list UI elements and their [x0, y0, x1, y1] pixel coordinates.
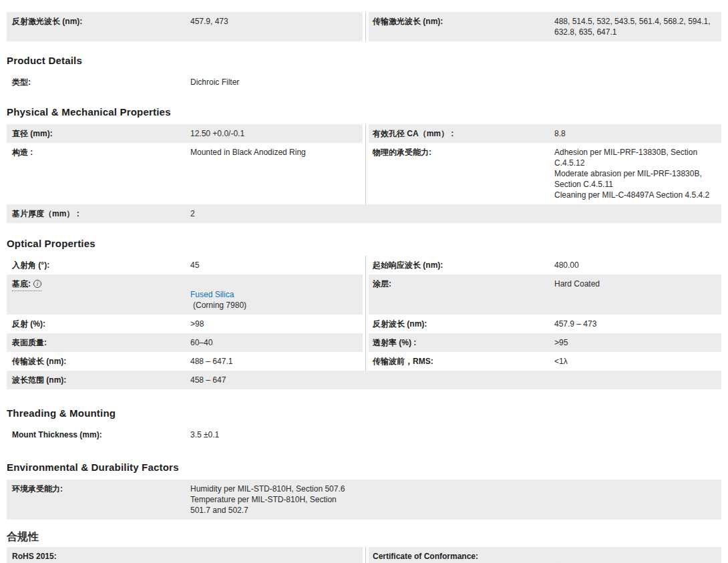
spec-value-wavelength-range: 458 – 647	[190, 371, 231, 389]
section-heading-physical-mechanical: Physical & Mechanical Properties	[7, 106, 721, 118]
spec-value-mount-thickness: 3.5 ±0.1	[190, 425, 224, 444]
spec-row-transmission-wavefront: 传输波长 (nm): 488 – 647.1 传输波前，RMS: <1λ	[7, 352, 721, 371]
spec-row-substrate-coating: 基底: Fused Silica (Corning 7980) 涂层: Hard…	[7, 274, 721, 315]
spec-row-environmental-durability: 环境承受能力: Humidity per MIL-STD-810H, Secti…	[7, 480, 721, 520]
spec-cell-rohs: RoHS 2015: 符合标准	[7, 547, 365, 563]
spec-label-certificate-of-conformance: Certificate of Conformance:	[366, 547, 554, 563]
spec-label-transmission-wavelength: 传输波长 (nm):	[7, 352, 190, 371]
spec-label-rohs: RoHS 2015:	[7, 547, 190, 563]
substrate-value-rest: (Corning 7980)	[193, 301, 246, 310]
spec-label-mount-thickness: Mount Thickness (mm):	[7, 425, 190, 444]
spec-label-reflection-wavelength: 反射波长 (nm):	[366, 315, 554, 333]
spec-label-wavelength-range: 波长范围 (nm):	[7, 371, 190, 389]
spec-value-cut-on-wavelength: 480.00	[554, 256, 584, 274]
spec-row-rohs-certificate: RoHS 2015: 符合标准 Certificate of Conforman…	[7, 547, 721, 563]
spec-label-environmental-durability: 环境承受能力:	[7, 480, 190, 520]
spec-cell-transmission-wavelength: 传输波长 (nm): 488 – 647.1	[7, 352, 365, 371]
spec-value-angle-of-incidence: 45	[190, 256, 204, 274]
spec-cell-diameter: 直径 (mm): 12.50 +0.0/-0.1	[7, 124, 365, 143]
spec-value-transmitted-wavefront: <1λ	[554, 352, 573, 371]
spec-label-substrate: 基底:	[7, 274, 190, 315]
spec-label-reflected-laser-wavelength: 反射激光波长 (nm):	[7, 12, 190, 41]
spec-value-transmission: >95	[554, 333, 573, 352]
spec-cell-reflection-wavelength: 反射波长 (nm): 457.9 – 473	[365, 315, 721, 333]
substrate-tooltip-trigger[interactable]: 基底:	[12, 278, 41, 291]
spec-cell-transmission: 透射率 (%) : >95	[365, 333, 721, 352]
spec-cell-physical-durability: 物理的承受能力: Adhesion per MIL-PRF-13830B, Se…	[365, 143, 721, 204]
spec-value-substrate: Fused Silica (Corning 7980)	[190, 274, 252, 315]
spec-value-type: Dichroic Filter	[190, 73, 244, 91]
spec-cell-substrate: 基底: Fused Silica (Corning 7980)	[7, 274, 365, 315]
section-heading-optical: Optical Properties	[7, 238, 721, 250]
spec-row-laser-wavelengths: 反射激光波长 (nm): 457.9, 473 传输激光波长 (nm): 488…	[7, 12, 721, 41]
spec-label-construction: 构造 :	[7, 143, 190, 204]
spec-cell-reflection: 反射 (%): >98	[7, 315, 365, 333]
spec-row-type: 类型: Dichroic Filter	[7, 73, 721, 91]
section-heading-environmental: Environmental & Durability Factors	[7, 461, 721, 474]
info-icon[interactable]	[33, 280, 41, 288]
spec-label-transmitted-wavefront: 传输波前，RMS:	[366, 352, 554, 371]
spec-cell-transmitted-laser: 传输激光波长 (nm): 488, 514.5, 532, 543.5, 561…	[365, 12, 721, 41]
spec-page: 反射激光波长 (nm): 457.9, 473 传输激光波长 (nm): 488…	[0, 0, 728, 563]
spec-value-transmitted-laser-wavelength: 488, 514.5, 532, 543.5, 561.4, 568.2, 59…	[554, 12, 721, 41]
spec-label-coating: 涂层:	[366, 274, 554, 315]
spec-label-substrate-thickness: 基片厚度（mm） :	[7, 204, 190, 223]
spec-label-transmitted-laser-wavelength: 传输激光波长 (nm):	[366, 12, 554, 41]
spec-value-clear-aperture: 8.8	[554, 124, 571, 143]
section-heading-threading-mounting: Threading & Mounting	[7, 407, 721, 419]
spec-cell-certificate: Certificate of Conformance: 浏览	[365, 547, 721, 563]
spec-value-construction: Mounted in Black Anodized Ring	[190, 143, 311, 204]
spec-label-surface-quality: 表面质量:	[7, 333, 190, 352]
spec-row-construction-durability: 构造 : Mounted in Black Anodized Ring 物理的承…	[7, 143, 721, 204]
spec-value-surface-quality: 60–40	[190, 333, 218, 352]
spec-label-diameter: 直径 (mm):	[7, 124, 190, 143]
spec-cell-construction: 构造 : Mounted in Black Anodized Ring	[7, 143, 365, 204]
fused-silica-link[interactable]: Fused Silica	[190, 290, 234, 299]
spec-row-wavelength-range: 波长范围 (nm): 458 – 647	[7, 371, 721, 389]
section-heading-compliance: 合规性	[7, 530, 721, 544]
spec-value-reflected-laser-wavelength: 457.9, 473	[190, 12, 234, 41]
section-heading-product-details: Product Details	[7, 55, 721, 67]
spec-label-reflection: 反射 (%):	[7, 315, 190, 333]
spec-cell-reflected-laser: 反射激光波长 (nm): 457.9, 473	[7, 12, 365, 41]
spec-value-physical-durability: Adhesion per MIL-PRF-13830B, Section C.4…	[554, 143, 721, 204]
spec-value-transmission-wavelength: 488 – 647.1	[190, 352, 238, 371]
spec-value-reflection-wavelength: 457.9 – 473	[554, 315, 602, 333]
spec-row-mount-thickness: Mount Thickness (mm): 3.5 ±0.1	[7, 425, 721, 444]
spec-value-coating: Hard Coated	[554, 274, 605, 315]
spec-label-clear-aperture: 有效孔径 CA（mm） :	[366, 124, 554, 143]
spec-cell-clear-aperture: 有效孔径 CA（mm） : 8.8	[365, 124, 721, 143]
spec-cell-angle-of-incidence: 入射角 (°): 45	[7, 256, 365, 274]
spec-label-physical-durability: 物理的承受能力:	[366, 143, 554, 204]
spec-value-substrate-thickness: 2	[190, 204, 200, 223]
spec-row-reflection: 反射 (%): >98 反射波长 (nm): 457.9 – 473	[7, 315, 721, 333]
spec-row-aoi-cuton: 入射角 (°): 45 起始响应波长 (nm): 480.00	[7, 256, 721, 274]
spec-value-reflection: >98	[190, 315, 209, 333]
spec-label-cut-on-wavelength: 起始响应波长 (nm):	[366, 256, 554, 274]
spec-label-angle-of-incidence: 入射角 (°):	[7, 256, 190, 274]
spec-value-rohs: 符合标准	[190, 547, 228, 563]
spec-row-substrate-thickness: 基片厚度（mm） : 2	[7, 204, 721, 223]
spec-cell-surface-quality: 表面质量: 60–40	[7, 333, 365, 352]
spec-label-transmission: 透射率 (%) :	[366, 333, 554, 352]
spec-row-surface-transmission: 表面质量: 60–40 透射率 (%) : >95	[7, 333, 721, 352]
spec-value-environmental-durability: Humidity per MIL-STD-810H, Section 507.6…	[190, 480, 359, 520]
spec-cell-cut-on-wavelength: 起始响应波长 (nm): 480.00	[365, 256, 721, 274]
spec-value-diameter: 12.50 +0.0/-0.1	[190, 124, 250, 143]
spec-row-diameter-aperture: 直径 (mm): 12.50 +0.0/-0.1 有效孔径 CA（mm） : 8…	[7, 124, 721, 143]
spec-value-certificate-of-conformance: 浏览	[554, 547, 576, 563]
spec-cell-coating: 涂层: Hard Coated	[365, 274, 721, 315]
spec-label-type: 类型:	[7, 73, 190, 91]
spec-cell-transmitted-wavefront: 传输波前，RMS: <1λ	[365, 352, 721, 371]
substrate-label-text: 基底:	[12, 278, 31, 289]
